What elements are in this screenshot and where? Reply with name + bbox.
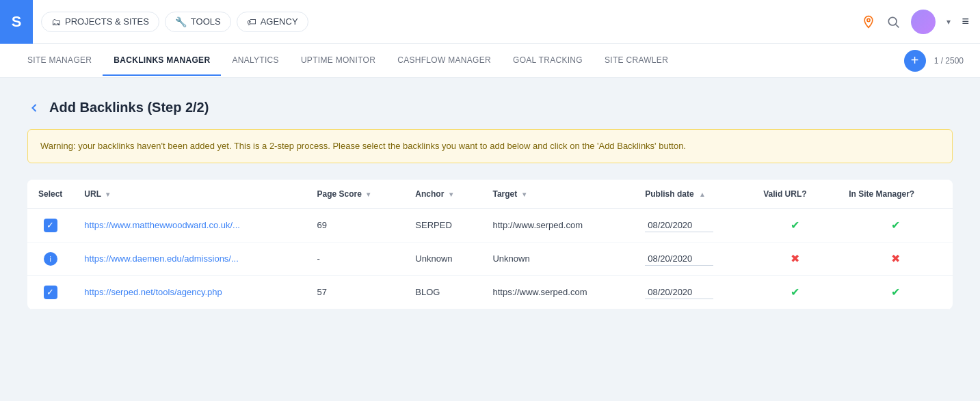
publish-date-cell[interactable] [634,208,752,242]
col-select: Select [27,180,73,209]
valid-url-cell: ✔ [752,208,838,242]
col-target[interactable]: Target ▾ [481,180,634,209]
site-manager-x-icon: ✖ [891,253,900,264]
valid-url-cell: ✖ [752,242,838,275]
anchor-cell: SERPED [404,208,481,242]
agency-button[interactable]: 🏷 AGENCY [237,12,308,32]
backlinks-table-container: Select URL ▾ Page Score ▾ Anchor ▾ Targ [27,180,953,309]
svg-line-2 [896,24,899,27]
target-cell: Unknown [481,242,634,275]
secondary-nav: SITE MANAGER BACKLINKS MANAGER ANALYTICS… [0,44,980,78]
page-score-cell: 69 [306,208,405,242]
info-icon[interactable]: i [44,252,57,266]
site-manager-check-icon: ✔ [891,286,900,298]
publish-date-cell[interactable] [634,275,752,309]
url-cell[interactable]: https://www.matthewwoodward.co.uk/... [73,208,306,242]
page-score-cell: 57 [306,275,405,309]
secondary-nav-items: SITE MANAGER BACKLINKS MANAGER ANALYTICS… [16,46,904,76]
table-header-row: Select URL ▾ Page Score ▾ Anchor ▾ Targ [27,180,953,209]
add-button[interactable]: + [904,50,926,72]
col-url[interactable]: URL ▾ [73,180,306,209]
select-cell[interactable]: ✓ [27,208,73,242]
select-cell[interactable]: i [27,242,73,275]
page-header: Add Backlinks (Step 2/2) [27,100,953,115]
logo-letter: S [12,13,22,31]
target-cell: https://www.serped.com [481,275,634,309]
tools-icon: 🔧 [175,16,187,27]
main-content: Add Backlinks (Step 2/2) Warning: your b… [0,78,980,401]
tab-uptime-monitor[interactable]: UPTIME MONITOR [290,46,386,76]
page-title: Add Backlinks (Step 2/2) [49,100,209,115]
tab-cashflow-manager[interactable]: CASHFLOW MANAGER [386,46,502,76]
agency-label: AGENCY [261,16,298,27]
tools-label: TOOLS [191,16,221,27]
valid-check-icon: ✔ [791,286,799,298]
avatar[interactable] [911,10,936,34]
target-sort-icon: ▾ [522,191,526,198]
tab-site-crawler[interactable]: SITE CRAWLER [594,46,679,76]
col-in-site-manager: In Site Manager? [838,180,953,209]
col-publish-date[interactable]: Publish date ▲ [634,180,752,209]
tab-analytics[interactable]: ANALYTICS [221,46,290,76]
avatar-image [911,10,936,34]
counter-badge: 1 / 2500 [934,56,964,66]
agency-icon: 🏷 [247,16,256,27]
site-manager-check-icon: ✔ [891,219,900,231]
invalid-x-icon: ✖ [791,253,799,264]
url-sort-icon: ▾ [106,191,109,198]
publish-date-cell[interactable] [634,242,752,275]
warning-banner: Warning: your backlinks haven't been add… [27,129,953,163]
profile-chevron-button[interactable]: ▾ [946,17,951,27]
table-row: ✓ https://serped.net/tools/agency.php 57… [27,275,953,309]
location-icon-button[interactable] [862,15,875,29]
projects-sites-button[interactable]: 🗂 PROJECTS & SITES [41,12,159,32]
anchor-cell: BLOG [404,275,481,309]
url-cell[interactable]: https://serped.net/tools/agency.php [73,275,306,309]
hamburger-menu-button[interactable]: ≡ [962,14,969,29]
in-site-manager-cell: ✔ [838,208,953,242]
tab-goal-tracking[interactable]: GOAL TRACKING [502,46,594,76]
warning-text: Warning: your backlinks haven't been add… [40,141,686,151]
valid-check-icon: ✔ [791,219,799,231]
svg-point-0 [867,18,870,21]
projects-icon: 🗂 [51,16,61,27]
publish-date-sort-icon: ▲ [699,191,706,198]
col-valid-url: Valid URL? [752,180,838,209]
search-icon-button[interactable] [886,15,900,29]
top-nav: S 🗂 PROJECTS & SITES 🔧 TOOLS 🏷 AGENCY ▾ … [0,0,980,44]
col-anchor[interactable]: Anchor ▾ [404,180,481,209]
publish-date-input[interactable] [645,219,713,232]
in-site-manager-cell: ✖ [838,242,953,275]
page-score-sort-icon: ▾ [367,191,370,198]
nav-right: ▾ ≡ [862,10,969,34]
back-button[interactable] [27,101,41,115]
url-link[interactable]: https://www.matthewwoodward.co.uk/... [84,220,240,230]
in-site-manager-cell: ✔ [838,275,953,309]
logo[interactable]: S [0,0,33,44]
url-link[interactable]: https://serped.net/tools/agency.php [84,287,222,297]
svg-point-1 [889,17,897,25]
target-cell: http://www.serped.com [481,208,634,242]
backlinks-table: Select URL ▾ Page Score ▾ Anchor ▾ Targ [27,180,953,309]
valid-url-cell: ✔ [752,275,838,309]
page-score-cell: - [306,242,405,275]
projects-sites-label: PROJECTS & SITES [65,16,149,27]
tab-site-manager[interactable]: SITE MANAGER [16,46,103,76]
checkbox-checked[interactable]: ✓ [44,219,57,232]
table-row: ✓ https://www.matthewwoodward.co.uk/... … [27,208,953,242]
publish-date-input[interactable] [645,252,713,266]
checkbox-checked[interactable]: ✓ [44,286,57,299]
url-link[interactable]: https://www.daemen.edu/admissions/... [84,253,238,264]
anchor-cell: Unknown [404,242,481,275]
tab-backlinks-manager[interactable]: BACKLINKS MANAGER [103,46,221,76]
tools-button[interactable]: 🔧 TOOLS [165,12,231,32]
publish-date-input[interactable] [645,286,713,299]
select-cell[interactable]: ✓ [27,275,73,309]
col-page-score[interactable]: Page Score ▾ [306,180,405,209]
table-row: i https://www.daemen.edu/admissions/... … [27,242,953,275]
anchor-sort-icon: ▾ [449,191,453,198]
url-cell[interactable]: https://www.daemen.edu/admissions/... [73,242,306,275]
top-nav-buttons: 🗂 PROJECTS & SITES 🔧 TOOLS 🏷 AGENCY [41,12,862,32]
